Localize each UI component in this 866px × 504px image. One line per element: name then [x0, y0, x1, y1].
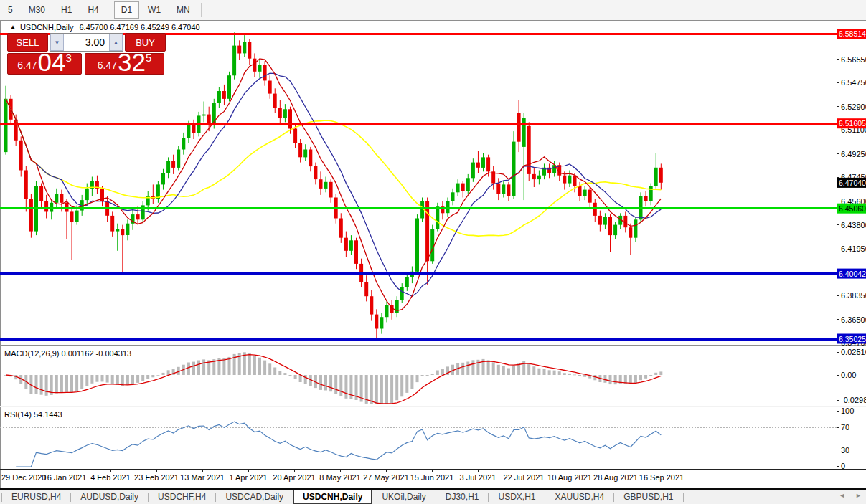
main-chart-plot[interactable]: [0, 32, 837, 338]
macd-histogram-bar: [390, 375, 393, 403]
candle-body: [314, 166, 317, 179]
candle-body: [298, 143, 302, 157]
candle-body: [263, 65, 267, 81]
macd-histogram-bar: [405, 375, 408, 393]
macd-histogram-bar: [324, 375, 327, 391]
candle-body: [319, 179, 323, 189]
macd-histogram-bar: [268, 363, 271, 375]
tab-eurusd-h4[interactable]: EURUSD,H4: [2, 490, 70, 504]
date-tick-label: 29 Dec 2020: [1, 473, 46, 482]
macd-histogram-bar: [639, 375, 642, 380]
macd-histogram-bar: [258, 358, 261, 375]
macd-histogram-bar: [614, 375, 617, 384]
macd-histogram-bar: [126, 375, 129, 385]
macd-histogram-bar: [416, 375, 419, 382]
buy-price-prefix: 6.47: [98, 60, 117, 71]
one-click-trade-panel: SELL ▼ 3.00 ▲ BUY 6.47 04 3 6.47 32 5: [7, 33, 166, 75]
macd-histogram-bar: [60, 375, 63, 392]
macd-histogram-bar: [106, 375, 109, 383]
timeframe-button-h4[interactable]: H4: [80, 1, 105, 19]
tab-usdcad-daily[interactable]: USDCAD,Daily: [216, 490, 293, 504]
candle-body: [430, 229, 434, 261]
macd-histogram-bar: [95, 375, 98, 382]
chart-canvas[interactable]: 6.565506.547506.529006.511006.492506.474…: [0, 21, 866, 488]
tab-xauusd-h4[interactable]: XAUUSD,H4: [545, 490, 613, 504]
macd-histogram-bar: [141, 375, 144, 381]
candle-body: [24, 171, 28, 199]
timeframe-button-w1[interactable]: W1: [141, 1, 168, 19]
candle-body: [486, 157, 490, 171]
candle-body: [603, 217, 607, 225]
date-tick-label: 8 May 2021: [319, 473, 360, 482]
candle-body: [166, 161, 170, 173]
price-tick-label: 6.41950: [841, 244, 866, 253]
candle-body: [202, 115, 206, 116]
candle-body: [654, 168, 658, 186]
candle-body: [258, 65, 262, 72]
candle-body: [349, 240, 353, 251]
macd-histogram-bar: [659, 371, 662, 375]
tab-scroll-right-icon[interactable]: ►: [855, 492, 862, 499]
candle-body: [50, 203, 53, 212]
date-tick-label: 10 Aug 2021: [547, 473, 592, 482]
macd-signal-line: [6, 355, 661, 404]
macd-histogram-bar: [563, 373, 566, 375]
rsi-label: RSI(14) 54.1443: [4, 410, 62, 419]
macd-panel: MACD(12,26,9) 0.001162 -0.0043130.025108…: [4, 348, 866, 404]
candle-body: [583, 190, 587, 196]
macd-histogram-bar: [578, 375, 581, 376]
chart-tabs-bar: EURUSD,H4AUDUSD,DailyUSDCHF,H4USDCAD,Dai…: [0, 488, 866, 504]
tab-gbpusd-h1[interactable]: GBPUSD,H1: [614, 490, 682, 504]
tab-usdcnh-daily[interactable]: USDCNH,Daily: [293, 490, 372, 504]
candle-body: [588, 190, 592, 203]
macd-histogram-bar: [558, 371, 561, 375]
macd-histogram-bar: [370, 375, 373, 404]
macd-tick-label: 0.025108: [841, 348, 866, 356]
macd-histogram-bar: [649, 375, 652, 376]
macd-histogram-bar: [55, 375, 58, 394]
candle-body: [248, 42, 251, 59]
macd-histogram-bar: [512, 366, 515, 375]
candle-body: [293, 129, 297, 143]
sell-price-box[interactable]: 6.47 04 3: [7, 53, 82, 75]
macd-histogram-bar: [553, 371, 556, 375]
macd-histogram-bar: [532, 366, 535, 375]
timeframe-button-mn[interactable]: MN: [169, 1, 197, 19]
candle-body: [136, 214, 140, 219]
tab-ukoil-daily[interactable]: UKOil,Daily: [372, 490, 435, 504]
volume-value[interactable]: 3.00: [64, 34, 109, 51]
buy-price-box[interactable]: 6.47 32 5: [85, 53, 164, 75]
slow-ma-line: [6, 99, 661, 236]
tab-usdchf-h4[interactable]: USDCHF,H4: [149, 490, 215, 504]
candle-body: [268, 81, 272, 94]
macd-histogram-bar: [45, 375, 48, 396]
level-badge-label: 6.40042: [839, 270, 866, 278]
date-axis: 29 Dec 202016 Jan 20214 Feb 202123 Feb 2…: [1, 470, 684, 482]
candle-body: [161, 173, 165, 184]
tab-usdx-h1[interactable]: USDX,H1: [489, 490, 545, 504]
candle-body: [227, 75, 231, 99]
candle-body: [578, 186, 582, 196]
timeframe-button-h1[interactable]: H1: [54, 1, 79, 19]
timeframe-button-d1[interactable]: D1: [114, 1, 139, 19]
timeframe-button-5[interactable]: 5: [1, 1, 20, 19]
candles: [4, 32, 663, 338]
candle-body: [44, 201, 48, 212]
candle-body: [232, 46, 236, 76]
chart-title-bar: ▲ USDCNH,Daily 6.45700 6.47169 6.45249 6…: [3, 22, 835, 32]
buy-price-big: 32: [118, 52, 146, 73]
level-badge-label: 6.35025: [839, 335, 866, 343]
tab-audusd-daily[interactable]: AUDUSD,Daily: [71, 490, 148, 504]
candle-body: [126, 224, 129, 235]
tab-scroll-left-icon[interactable]: ◄: [839, 492, 845, 499]
tab-dj30-h1[interactable]: DJ30,H1: [436, 490, 489, 504]
candle-body: [436, 206, 439, 229]
candle-body: [217, 91, 221, 103]
horizontal-levels: [0, 34, 837, 339]
candle-body: [659, 168, 663, 183]
candle-body: [29, 199, 33, 231]
timeframe-button-m30[interactable]: M30: [22, 1, 52, 19]
candle-body: [446, 201, 450, 213]
candle-body: [527, 126, 531, 174]
candle-body: [4, 99, 8, 152]
